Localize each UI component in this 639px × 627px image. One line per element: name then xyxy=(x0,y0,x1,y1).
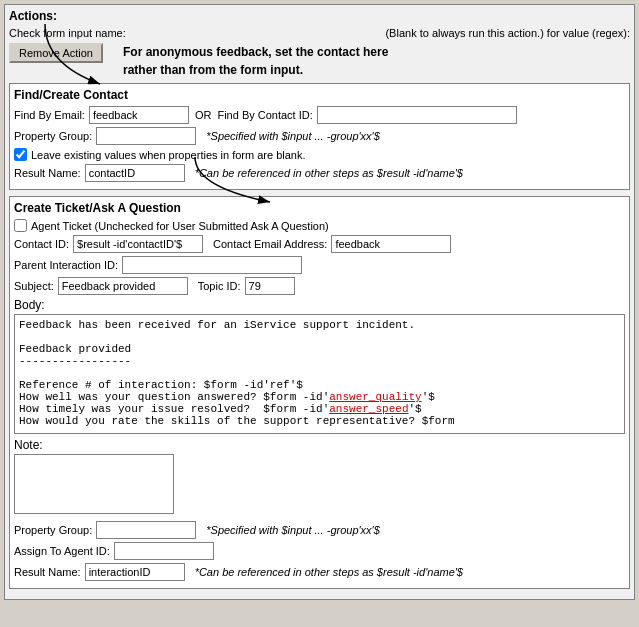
find-by-email-row: Find By Email: OR Find By Contact ID: xyxy=(14,106,625,124)
remove-action-button[interactable]: Remove Action xyxy=(9,43,103,63)
property-group-input1[interactable] xyxy=(96,127,196,145)
subject-topic-row: Subject: Topic ID: xyxy=(14,277,625,295)
result-name-note1: *Can be referenced in other steps as $re… xyxy=(195,167,463,179)
assign-agent-input[interactable] xyxy=(114,542,214,560)
find-create-contact-section: Find/Create Contact Find By Email: OR Fi… xyxy=(9,83,630,190)
find-by-email-label: Find By Email: xyxy=(14,109,85,121)
contact-email-input[interactable] xyxy=(331,235,451,253)
result-name-input2[interactable] xyxy=(85,563,185,581)
property-group-input2[interactable] xyxy=(96,521,196,539)
actions-panel: Actions: Check form input name: (Blank t… xyxy=(4,4,635,600)
find-by-email-input[interactable] xyxy=(89,106,189,124)
check-form-row: Check form input name: (Blank to always … xyxy=(9,27,630,39)
subject-input[interactable] xyxy=(58,277,188,295)
create-ticket-section: Create Ticket/Ask A Question Agent Ticke… xyxy=(9,196,630,589)
parent-interaction-label: Parent Interaction ID: xyxy=(14,259,118,271)
contact-id-label: Contact ID: xyxy=(14,238,69,250)
panel-title: Actions: xyxy=(9,9,630,23)
result-name-label2: Result Name: xyxy=(14,566,81,578)
leave-existing-row: Leave existing values when properties in… xyxy=(14,148,625,161)
contact-id-row: Contact ID: Contact Email Address: xyxy=(14,235,625,253)
property-group-note2: *Specified with $input ... -group'xx'$ xyxy=(206,524,380,536)
result-name-label1: Result Name: xyxy=(14,167,81,179)
property-group-note1: *Specified with $input ... -group'xx'$ xyxy=(206,130,380,142)
topic-id-input[interactable] xyxy=(245,277,295,295)
parent-interaction-input[interactable] xyxy=(122,256,302,274)
note-textarea[interactable] xyxy=(14,454,174,514)
property-group-row2: Property Group: *Specified with $input .… xyxy=(14,521,625,539)
section1-title: Find/Create Contact xyxy=(14,88,625,102)
check-form-hint: (Blank to always run this action.) for v… xyxy=(385,27,630,39)
assign-agent-label: Assign To Agent ID: xyxy=(14,545,110,557)
leave-existing-label: Leave existing values when properties in… xyxy=(31,149,306,161)
property-group-label2: Property Group: xyxy=(14,524,92,536)
contact-email-label: Contact Email Address: xyxy=(213,238,327,250)
topic-id-label: Topic ID: xyxy=(198,280,241,292)
annotation-text: For anonymous feedback, set the contact … xyxy=(123,43,388,79)
leave-existing-checkbox[interactable] xyxy=(14,148,27,161)
result-name-row2: Result Name: *Can be referenced in other… xyxy=(14,563,625,581)
find-by-contact-id-label: Find By Contact ID: xyxy=(217,109,312,121)
check-form-label: Check form input name: xyxy=(9,27,126,39)
body-label: Body: xyxy=(14,298,621,312)
note-label: Note: xyxy=(14,438,621,452)
or-text: OR xyxy=(195,109,212,121)
body-textarea[interactable]: Feedback has been received for an iServi… xyxy=(14,314,625,434)
result-name-input1[interactable] xyxy=(85,164,185,182)
contact-id-input[interactable] xyxy=(73,235,203,253)
property-group-label1: Property Group: xyxy=(14,130,92,142)
parent-interaction-row: Parent Interaction ID: xyxy=(14,256,625,274)
agent-ticket-row: Agent Ticket (Unchecked for User Submitt… xyxy=(14,219,625,232)
subject-label: Subject: xyxy=(14,280,54,292)
result-name-note2: *Can be referenced in other steps as $re… xyxy=(195,566,463,578)
agent-ticket-checkbox[interactable] xyxy=(14,219,27,232)
property-group-row1: Property Group: *Specified with $input .… xyxy=(14,127,625,145)
result-name-row1: Result Name: *Can be referenced in other… xyxy=(14,164,625,182)
assign-agent-row: Assign To Agent ID: xyxy=(14,542,625,560)
find-by-contact-id-input[interactable] xyxy=(317,106,517,124)
agent-ticket-label: Agent Ticket (Unchecked for User Submitt… xyxy=(31,220,329,232)
section2-title: Create Ticket/Ask A Question xyxy=(14,201,625,215)
